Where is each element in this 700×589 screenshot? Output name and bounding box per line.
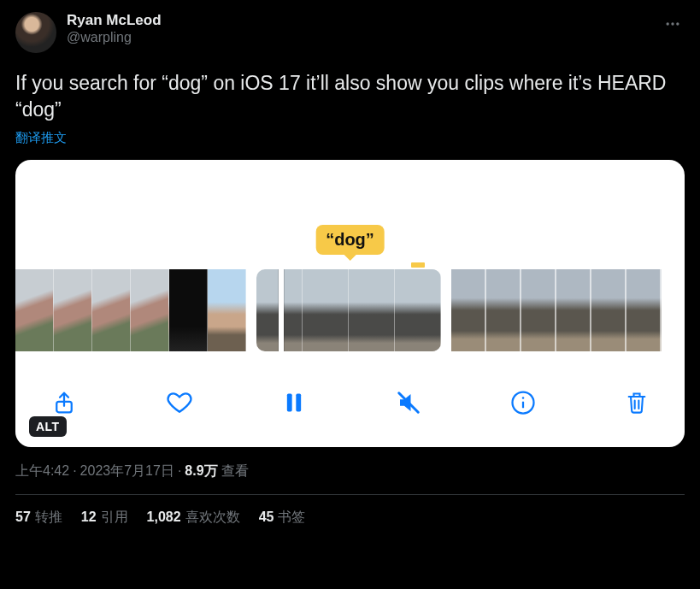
pause-icon bbox=[282, 391, 306, 415]
timeline-marker bbox=[411, 262, 425, 268]
tweet-text: If you search for “dog” on iOS 17 it’ll … bbox=[15, 70, 685, 123]
svg-point-9 bbox=[522, 397, 525, 399]
svg-rect-4 bbox=[287, 394, 292, 412]
video-frame bbox=[349, 269, 395, 351]
tweet-stats: 57转推 12引用 1,082喜欢次数 45书签 bbox=[15, 495, 685, 527]
tweet-time[interactable]: 上午4:42 bbox=[15, 463, 69, 478]
tweet-container: Ryan McLeod @warpling If you search for … bbox=[0, 0, 700, 527]
tweet-meta: 上午4:42·2023年7月17日·8.9万 查看 bbox=[15, 462, 685, 480]
media-toolbar bbox=[15, 382, 685, 423]
tweet-date[interactable]: 2023年7月17日 bbox=[80, 463, 174, 478]
heart-icon bbox=[166, 389, 193, 416]
video-frame bbox=[395, 269, 441, 351]
alt-badge[interactable]: ALT bbox=[29, 416, 67, 437]
info-button[interactable] bbox=[510, 390, 536, 415]
avatar[interactable] bbox=[15, 12, 56, 53]
video-frame bbox=[15, 269, 54, 351]
more-button[interactable] bbox=[661, 12, 685, 36]
video-frame bbox=[591, 269, 626, 351]
share-button[interactable] bbox=[51, 390, 77, 415]
trash-icon bbox=[625, 391, 649, 415]
share-icon bbox=[51, 390, 77, 415]
author-names[interactable]: Ryan McLeod @warpling bbox=[67, 12, 162, 46]
video-frame bbox=[92, 269, 131, 351]
bookmarks-stat[interactable]: 45书签 bbox=[259, 509, 306, 527]
ellipsis-icon bbox=[664, 15, 681, 32]
translate-link[interactable]: 翻译推文 bbox=[15, 130, 685, 146]
video-frame bbox=[521, 269, 556, 351]
display-name: Ryan McLeod bbox=[67, 12, 162, 29]
video-frame bbox=[486, 269, 521, 351]
speaker-muted-icon bbox=[396, 390, 421, 415]
like-button[interactable] bbox=[166, 389, 193, 416]
views-label: 查看 bbox=[221, 463, 249, 478]
video-frame bbox=[208, 269, 246, 351]
svg-point-0 bbox=[667, 22, 669, 25]
views-count: 8.9万 bbox=[185, 463, 217, 478]
video-frame bbox=[54, 269, 92, 351]
info-icon bbox=[510, 390, 536, 415]
video-frame bbox=[169, 269, 208, 351]
handle: @warpling bbox=[67, 29, 162, 45]
video-frame bbox=[131, 269, 169, 351]
mute-button[interactable] bbox=[396, 390, 421, 415]
clip-group bbox=[15, 269, 246, 351]
video-frame bbox=[626, 269, 662, 351]
video-frame bbox=[303, 269, 349, 351]
video-frame bbox=[451, 269, 486, 351]
video-frame bbox=[556, 269, 591, 351]
svg-point-1 bbox=[671, 22, 674, 25]
playhead[interactable] bbox=[279, 269, 284, 351]
media-card[interactable]: “dog” bbox=[15, 160, 685, 447]
tweet-header: Ryan McLeod @warpling bbox=[15, 12, 685, 53]
video-timeline[interactable] bbox=[15, 269, 685, 351]
retweets-stat[interactable]: 57转推 bbox=[15, 509, 62, 527]
svg-rect-5 bbox=[297, 394, 302, 412]
likes-stat[interactable]: 1,082喜欢次数 bbox=[147, 509, 240, 527]
clip-group-active bbox=[256, 269, 441, 351]
search-tooltip: “dog” bbox=[315, 225, 385, 255]
clip-group bbox=[451, 269, 662, 351]
delete-button[interactable] bbox=[625, 391, 649, 415]
quotes-stat[interactable]: 12引用 bbox=[81, 509, 128, 527]
pause-button[interactable] bbox=[282, 391, 306, 415]
svg-point-2 bbox=[676, 22, 679, 25]
